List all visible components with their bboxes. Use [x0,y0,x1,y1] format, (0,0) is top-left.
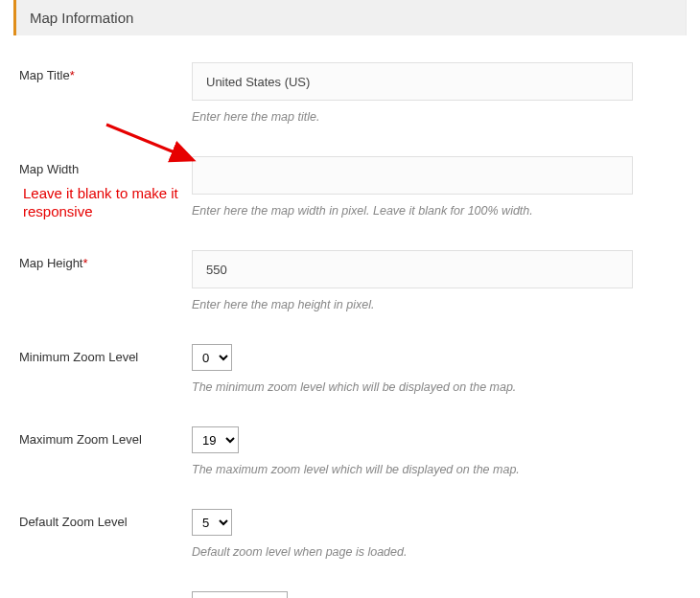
help-max-zoom: The maximum zoom level which will be dis… [192,463,681,476]
help-default-zoom: Default zoom level when page is loaded. [192,545,681,559]
help-map-width: Enter here the map width in pixel. Leave… [192,204,681,218]
default-zoom-select[interactable]: 5 [192,509,232,536]
label-default-zoom: Default Zoom Level [19,515,128,529]
row-map-title: Map Title* Enter here the map title. [13,62,687,124]
label-map-height: Map Height [19,256,82,270]
row-map-width: Map Width Enter here the map width in pi… [13,156,687,218]
help-map-title: Enter here the map title. [192,110,681,124]
label-min-zoom: Minimum Zoom Level [19,350,138,364]
map-information-panel: Map Information Leave it blank to make i… [13,0,687,598]
label-max-zoom: Maximum Zoom Level [19,432,142,447]
row-max-zoom: Maximum Zoom Level 19 The maximum zoom l… [13,426,687,476]
help-map-height: Enter here the map height in pixel. [192,298,681,311]
help-min-zoom: The minimum zoom level which will be dis… [192,380,681,394]
min-zoom-select[interactable]: 0 [192,344,232,371]
panel-title: Map Information [30,10,672,26]
map-type-select[interactable]: ROADMAP [192,591,288,598]
svg-line-1 [106,125,191,159]
map-height-input[interactable] [192,250,633,288]
label-map-width: Map Width [19,162,79,176]
panel-header: Map Information [13,0,687,35]
row-default-zoom: Default Zoom Level 5 Default zoom level … [13,509,687,559]
required-mark: * [70,68,75,82]
label-map-title: Map Title [19,68,70,82]
map-width-input[interactable] [192,156,633,195]
row-map-height: Map Height* Enter here the map height in… [13,250,687,311]
required-mark: * [82,256,87,270]
row-map-type: Map Type ROADMAP [13,591,687,598]
row-min-zoom: Minimum Zoom Level 0 The minimum zoom le… [13,344,687,394]
map-title-input[interactable] [192,62,633,101]
max-zoom-select[interactable]: 19 [192,426,239,453]
